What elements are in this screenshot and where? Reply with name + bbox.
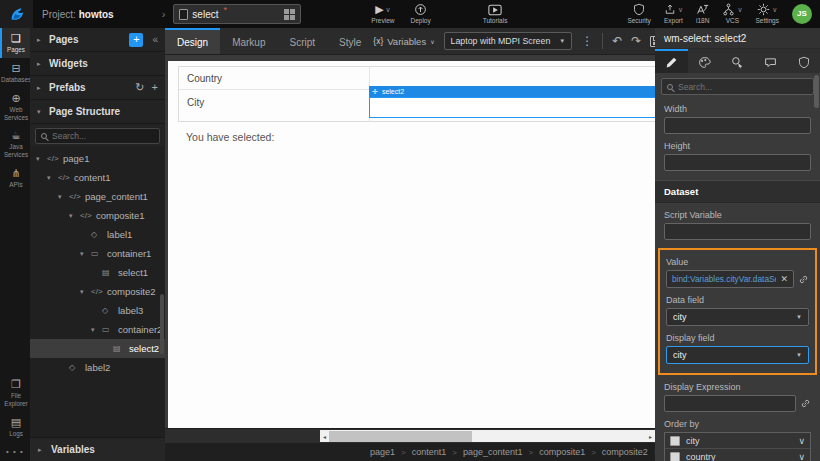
design-page[interactable]: Country City ✛ select2 You have selected… <box>168 61 655 428</box>
tutorials-button[interactable]: Tutorials <box>483 4 508 25</box>
tree-item-container2[interactable]: ▾▭container2 <box>30 320 165 339</box>
export-button[interactable]: ∨ Export <box>664 4 683 25</box>
tree-expanded-icon[interactable]: ▾ <box>36 155 44 163</box>
tree-item-composite2[interactable]: ▾</>composite2 <box>30 282 165 301</box>
tab-security[interactable] <box>787 49 820 73</box>
canvas-tab-style[interactable]: Style <box>327 28 373 54</box>
page-tab[interactable]: select * <box>173 4 301 24</box>
rail-item-java-services[interactable]: ☕Java Services <box>0 125 30 163</box>
user-avatar[interactable]: JS <box>792 4 812 24</box>
tree-item-label1[interactable]: ◇label1 <box>30 225 165 244</box>
tree-expanded-icon[interactable]: ▾ <box>80 250 88 258</box>
undo-icon[interactable]: ↶ <box>612 34 622 48</box>
tab-properties[interactable] <box>655 49 688 73</box>
clear-icon[interactable]: ✕ <box>780 274 788 284</box>
tree-scrollbar[interactable] <box>160 294 164 354</box>
checkbox[interactable] <box>670 452 680 461</box>
canvas-tab-markup[interactable]: Markup <box>220 28 277 54</box>
city-label[interactable]: City <box>187 97 204 108</box>
wavemaker-logo[interactable] <box>0 0 33 28</box>
tree-expanded-icon[interactable]: ▾ <box>47 174 55 182</box>
scrollbar-thumb[interactable] <box>329 431 472 442</box>
breadcrumb-item[interactable]: content1 <box>412 447 447 457</box>
tab-events[interactable] <box>721 49 754 73</box>
country-label[interactable]: Country <box>187 73 222 84</box>
tree-item-composite1[interactable]: ▾</>composite1 <box>30 206 165 225</box>
i18n-button[interactable]: i18N <box>696 4 709 25</box>
display-expression-input[interactable] <box>664 395 796 412</box>
vcs-button[interactable]: ∨ VCS <box>722 4 742 25</box>
select2-input[interactable] <box>369 97 655 118</box>
breadcrumb-item[interactable]: page1 <box>370 447 395 457</box>
tree-item-select2[interactable]: ▤select2 <box>30 339 165 358</box>
rail-item-apis[interactable]: ⋔APIs <box>0 163 30 193</box>
rail-item-pages[interactable]: ❏Pages <box>0 28 30 58</box>
order-by-row-city[interactable]: city∨ <box>665 433 810 449</box>
settings-button[interactable]: ∨ Settings <box>756 4 780 25</box>
project-name[interactable]: Project: howtos <box>42 9 114 20</box>
chevron-down-icon[interactable]: ∨ <box>798 436 805 446</box>
breadcrumb-item[interactable]: composite2 <box>602 447 648 457</box>
property-search[interactable] <box>661 78 814 95</box>
rail-item-file-explorer[interactable]: ❐File Explorer <box>0 374 30 412</box>
variables-button[interactable]: {x}Variables∨ <box>373 36 434 47</box>
value-input[interactable]: bind:Variables.cityVar.dataSet ✕ <box>666 270 794 288</box>
tab-styles[interactable] <box>688 49 721 73</box>
property-search-input[interactable] <box>678 82 808 92</box>
deploy-button[interactable]: Deploy <box>410 4 430 25</box>
chevron-down-icon[interactable]: ∨ <box>798 452 805 461</box>
rail-item-databases[interactable]: ⊟Databases <box>0 58 30 88</box>
canvas-tab-design[interactable]: Design <box>165 28 220 54</box>
structure-search[interactable] <box>35 128 160 144</box>
select2-widget[interactable]: ✛ select2 <box>369 86 655 118</box>
width-input[interactable] <box>664 117 811 134</box>
order-by-row-country[interactable]: country∨ <box>665 449 810 461</box>
redo-icon[interactable]: ↷ <box>631 34 641 48</box>
rail-more-icon[interactable]: • • • <box>0 442 30 461</box>
tree-item-select1[interactable]: ▤select1 <box>30 263 165 282</box>
rail-item-web-services[interactable]: ⊕Web Services <box>0 88 30 126</box>
bind-link-icon[interactable] <box>798 274 809 285</box>
scroll-right-icon[interactable]: ▸ <box>646 433 655 440</box>
grid-icon[interactable] <box>284 9 295 20</box>
scroll-left-icon[interactable]: ◂ <box>320 433 329 440</box>
tree-expanded-icon[interactable]: ▾ <box>58 193 66 201</box>
tree-item-label3[interactable]: ◇label3 <box>30 301 165 320</box>
height-input[interactable] <box>664 154 811 171</box>
preview-button[interactable]: ▶∨ Preview <box>371 4 394 25</box>
data-field-select[interactable]: city ▼ <box>666 308 809 326</box>
canvas-tab-script[interactable]: Script <box>278 28 328 54</box>
tree-item-content1[interactable]: ▾</>content1 <box>30 168 165 187</box>
collapse-panel-icon[interactable]: « <box>152 34 158 45</box>
add-prefab-icon[interactable]: + <box>152 81 158 94</box>
section-pages[interactable]: ▸ Pages + « <box>30 28 165 52</box>
breadcrumb-item[interactable]: composite1 <box>539 447 585 457</box>
section-page-structure[interactable]: ▾ Page Structure <box>30 100 165 124</box>
checkbox[interactable] <box>670 436 680 446</box>
refresh-icon[interactable]: ↻ <box>135 81 144 94</box>
tree-item-label2[interactable]: ◇label2 <box>30 358 165 377</box>
device-selector[interactable]: Laptop with MDPI Screen▼ <box>444 32 573 50</box>
add-page-button[interactable]: + <box>129 33 143 47</box>
section-variables[interactable]: ▸ Variables <box>30 437 165 461</box>
bind-link-icon[interactable] <box>800 398 811 409</box>
section-widgets[interactable]: ▸ Widgets <box>30 52 165 76</box>
tree-expanded-icon[interactable]: ▾ <box>91 326 99 334</box>
horizontal-scrollbar[interactable]: ◂ ▸ <box>320 430 655 442</box>
script-variable-input[interactable] <box>664 223 811 240</box>
tree-item-container1[interactable]: ▾▭container1 <box>30 244 165 263</box>
breadcrumb-item[interactable]: page_content1 <box>463 447 523 457</box>
inspector-scrollbar[interactable] <box>814 75 819 108</box>
tree-item-page_content1[interactable]: ▾</>page_content1 <box>30 187 165 206</box>
tab-device[interactable] <box>754 49 787 73</box>
display-field-select[interactable]: city ▼ <box>666 346 809 364</box>
section-prefabs[interactable]: ▸ Prefabs ↻+ <box>30 76 165 100</box>
rail-item-logs[interactable]: ▤Logs <box>0 412 30 442</box>
security-button[interactable]: Security <box>627 4 650 25</box>
structure-search-input[interactable] <box>52 131 154 141</box>
select2-selection-bar[interactable]: ✛ select2 <box>369 86 655 97</box>
tree-item-page1[interactable]: ▾</>page1 <box>30 149 165 168</box>
tree-expanded-icon[interactable]: ▾ <box>69 212 77 220</box>
tree-expanded-icon[interactable]: ▾ <box>80 288 88 296</box>
kebab-menu-icon[interactable]: ⋮ <box>581 34 593 48</box>
